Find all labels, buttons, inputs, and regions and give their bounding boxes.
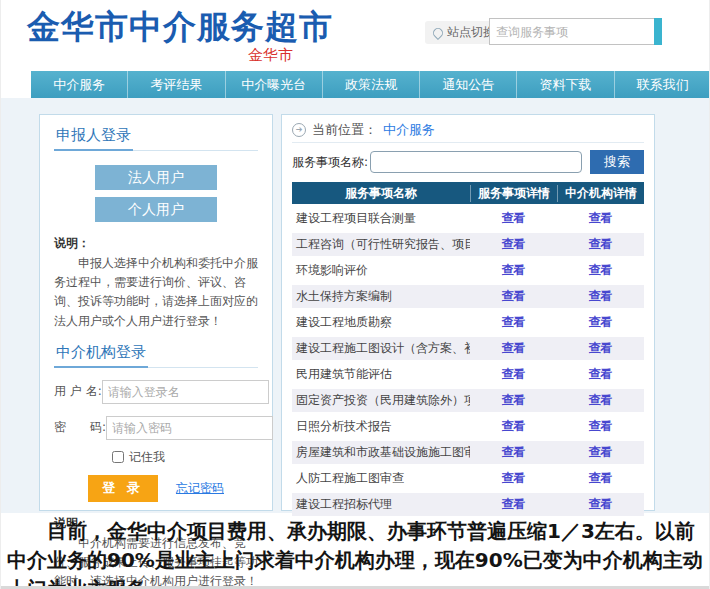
view-agency-detail-link[interactable]: 查看 <box>589 445 613 459</box>
service-name: 建设工程地质勘察 <box>292 314 470 331</box>
service-search-label: 服务事项名称: <box>292 154 368 171</box>
applicant-login-header: 申报人登录 <box>54 125 258 151</box>
view-service-detail-link[interactable]: 查看 <box>502 497 526 511</box>
nav-item-exposure-platform[interactable]: 中介曝光台 <box>225 71 322 98</box>
breadcrumb-current[interactable]: 中介服务 <box>383 121 435 139</box>
services-table-rows: 建设工程项目联合测量 查看 查看 工程咨询（可行性研究报告、项目申请报告） 查看… <box>292 207 644 516</box>
table-row: 固定资产投资（民用建筑除外）项目节能评估 查看 查看 <box>292 389 644 412</box>
forgot-password-link[interactable]: 忘记密码 <box>176 480 224 497</box>
site-title: 金华市中介服务超市 <box>27 5 333 50</box>
table-row: 日照分析技术报告 查看 查看 <box>292 415 644 438</box>
service-name: 环境影响评价 <box>292 262 470 279</box>
view-service-detail-link[interactable]: 查看 <box>502 367 526 381</box>
view-service-detail-link[interactable]: 查看 <box>502 211 526 225</box>
table-row: 工程咨询（可行性研究报告、项目申请报告） 查看 查看 <box>292 233 644 256</box>
view-agency-detail-link[interactable]: 查看 <box>589 471 613 485</box>
service-name: 民用建筑节能评估 <box>292 366 470 383</box>
view-agency-detail-link[interactable]: 查看 <box>589 341 613 355</box>
table-row: 环境影响评价 查看 查看 <box>292 259 644 282</box>
agency-login-header: 中介机构登录 <box>54 342 258 368</box>
view-service-detail-link[interactable]: 查看 <box>502 341 526 355</box>
breadcrumb: ➔ 当前位置： 中介服务 <box>292 123 644 143</box>
services-table-header: 服务事项名称 服务事项详情 中介机构详情 <box>292 182 644 204</box>
remember-me-label: 记住我 <box>129 449 165 466</box>
table-row: 建设工程项目联合测量 查看 查看 <box>292 207 644 230</box>
view-service-detail-link[interactable]: 查看 <box>502 471 526 485</box>
applicant-note-text: 申报人选择中介机构和委托中介服务过程中，需要进行询价、评议、咨询、投诉等功能时，… <box>54 254 258 331</box>
login-button[interactable]: 登 录 <box>88 475 158 502</box>
view-service-detail-link[interactable]: 查看 <box>502 393 526 407</box>
service-name: 人防工程施工图审查 <box>292 470 470 487</box>
login-sidebar: 申报人登录 法人用户 个人用户 说明： 申报人选择中介机构和委托中介服务过程中，… <box>39 114 273 511</box>
view-service-detail-link[interactable]: 查看 <box>502 289 526 303</box>
service-name: 固定资产投资（民用建筑除外）项目节能评估 <box>292 392 470 409</box>
col-agency-detail: 中介机构详情 <box>557 185 644 202</box>
remember-me-row: 记住我 <box>112 449 258 466</box>
agency-login-title: 中介机构登录 <box>54 343 148 368</box>
table-row: 民用建筑节能评估 查看 查看 <box>292 363 644 386</box>
view-service-detail-link[interactable]: 查看 <box>502 445 526 459</box>
password-input[interactable] <box>106 416 273 440</box>
nav-item-contact[interactable]: 联系我们 <box>614 71 710 98</box>
service-name: 建设工程施工图设计（含方案、初步设计） <box>292 340 470 357</box>
remember-me-checkbox[interactable] <box>112 451 124 463</box>
table-row: 建设工程招标代理 查看 查看 <box>292 493 644 516</box>
services-panel: ➔ 当前位置： 中介服务 服务事项名称: 搜索 服务事项名称 服务事项详情 中介… <box>281 114 655 511</box>
col-service-detail: 服务事项详情 <box>470 185 557 202</box>
table-row: 房屋建筑和市政基础设施施工图审查 查看 查看 <box>292 441 644 464</box>
view-agency-detail-link[interactable]: 查看 <box>589 393 613 407</box>
nav-item-announcements[interactable]: 通知公告 <box>419 71 516 98</box>
site-switch-label: 站点切换 <box>447 24 495 41</box>
legal-user-button[interactable]: 法人用户 <box>95 165 217 190</box>
view-agency-detail-link[interactable]: 查看 <box>589 497 613 511</box>
login-action-row: 登 录 忘记密码 <box>88 475 258 502</box>
service-name: 房屋建筑和市政基础设施施工图审查 <box>292 444 470 461</box>
breadcrumb-arrow-icon: ➔ <box>292 123 306 137</box>
main-nav: 中介服务 考评结果 中介曝光台 政策法规 通知公告 资料下载 联系我们 <box>31 71 710 98</box>
password-label: 密 码: <box>54 419 106 436</box>
table-row: 建设工程施工图设计（含方案、初步设计） 查看 查看 <box>292 337 644 360</box>
table-row: 建设工程地质勘察 查看 查看 <box>292 311 644 334</box>
password-row: 密 码: <box>54 416 258 440</box>
username-row: 用 户 名: <box>54 380 258 404</box>
service-search-button[interactable]: 搜索 <box>590 150 644 174</box>
personal-user-button[interactable]: 个人用户 <box>95 197 217 222</box>
news-caption: 目前，金华中介项目费用、承办期限、办事环节普遍压缩1／3左右。以前中介业务的90… <box>1 514 710 589</box>
city-label: 金华市 <box>248 46 293 65</box>
view-agency-detail-link[interactable]: 查看 <box>589 419 613 433</box>
view-agency-detail-link[interactable]: 查看 <box>589 289 613 303</box>
view-service-detail-link[interactable]: 查看 <box>502 419 526 433</box>
view-agency-detail-link[interactable]: 查看 <box>589 211 613 225</box>
services-table: 服务事项名称 服务事项详情 中介机构详情 建设工程项目联合测量 查看 查看 工程… <box>292 182 644 516</box>
nav-item-services[interactable]: 中介服务 <box>31 71 127 98</box>
view-agency-detail-link[interactable]: 查看 <box>589 263 613 277</box>
view-agency-detail-link[interactable]: 查看 <box>589 315 613 329</box>
header-search-input[interactable] <box>489 18 654 45</box>
view-agency-detail-link[interactable]: 查看 <box>589 367 613 381</box>
content-area: 申报人登录 法人用户 个人用户 说明： 申报人选择中介机构和委托中介服务过程中，… <box>1 98 710 513</box>
page: 金华市中介服务超市 金华市 站点切换 中介服务 考评结果 中介曝光台 政策法规 … <box>1 0 709 589</box>
username-input[interactable] <box>102 380 269 404</box>
applicant-login-title: 申报人登录 <box>54 126 133 151</box>
header-search <box>489 18 662 45</box>
location-pin-icon <box>431 25 445 39</box>
view-service-detail-link[interactable]: 查看 <box>502 315 526 329</box>
col-service-name: 服务事项名称 <box>292 185 470 202</box>
breadcrumb-prefix: 当前位置： <box>312 121 377 139</box>
service-search-input[interactable] <box>370 151 582 173</box>
username-label: 用 户 名: <box>54 383 102 400</box>
service-name: 建设工程项目联合测量 <box>292 210 470 227</box>
nav-item-evaluation-results[interactable]: 考评结果 <box>127 71 224 98</box>
service-name: 日照分析技术报告 <box>292 418 470 435</box>
service-name: 建设工程招标代理 <box>292 496 470 513</box>
nav-item-policies[interactable]: 政策法规 <box>322 71 419 98</box>
view-service-detail-link[interactable]: 查看 <box>502 263 526 277</box>
header-search-button[interactable] <box>654 18 662 45</box>
view-service-detail-link[interactable]: 查看 <box>502 237 526 251</box>
view-agency-detail-link[interactable]: 查看 <box>589 237 613 251</box>
nav-item-downloads[interactable]: 资料下载 <box>516 71 613 98</box>
applicant-note-label: 说明： <box>54 235 258 252</box>
service-name: 水土保持方案编制 <box>292 288 470 305</box>
table-row: 人防工程施工图审查 查看 查看 <box>292 467 644 490</box>
service-search-row: 服务事项名称: 搜索 <box>292 150 644 174</box>
